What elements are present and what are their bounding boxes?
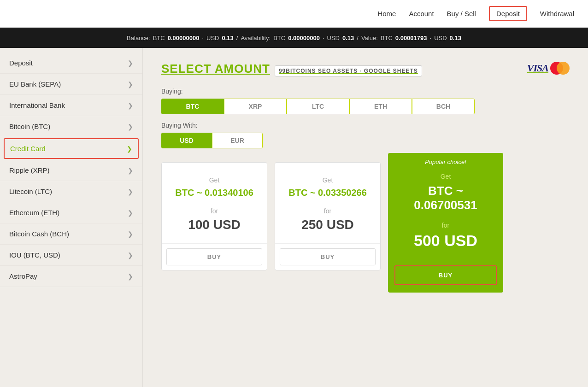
chevron-icon: ❯ [128, 252, 133, 259]
mastercard-logo [550, 62, 570, 75]
visa-logo: VISA [527, 62, 548, 74]
chevron-icon: ❯ [127, 145, 132, 152]
popular-badge: Popular choice! [425, 153, 466, 168]
for-label-1: for [288, 207, 367, 215]
chevron-icon: ❯ [128, 102, 133, 109]
btc-amount-0: BTC ~ 0.01340106 [175, 188, 253, 198]
buying-with-tabs: USDEUR [161, 133, 263, 148]
chevron-icon: ❯ [128, 209, 133, 217]
usd-label-3: USD [434, 35, 447, 41]
usd-label-2: USD [327, 35, 340, 41]
sidebar-item-ethereum[interactable]: Ethereum (ETH)❯ [0, 202, 142, 223]
buy-card-0: Get BTC ~ 0.01340106 for 100 USD BUY [161, 162, 267, 270]
main-content: SELECT AMOUNT 99Bitcoins SEO assets - Go… [143, 48, 588, 387]
main-layout: Deposit❯EU Bank (SEPA)❯International Ban… [0, 48, 588, 387]
nav-home[interactable]: Home [377, 10, 396, 18]
value-usd: 0.13 [450, 35, 461, 41]
sidebar-item-deposit[interactable]: Deposit❯ [0, 53, 142, 74]
popular-card-body: Get BTC ~ 0.06700531 for 500 USD [388, 168, 503, 261]
for-label-0: for [175, 207, 253, 215]
buy-btn-container-1: BUY [275, 243, 380, 270]
sidebar-item-ripple[interactable]: Ripple (XRP)❯ [0, 160, 142, 181]
avail-btc: 0.00000000 [288, 35, 320, 41]
chevron-icon: ❯ [128, 230, 133, 238]
sidebar-item-bitcoin[interactable]: Bitcoin (BTC)❯ [0, 116, 142, 137]
nav-deposit[interactable]: Deposit [489, 6, 527, 21]
btc-amount-1: BTC ~ 0.03350266 [288, 188, 367, 198]
get-label-1: Get [288, 176, 367, 184]
sidebar-item-astropay[interactable]: AstroPay❯ [0, 266, 142, 287]
sidebar: Deposit❯EU Bank (SEPA)❯International Ban… [0, 48, 143, 387]
popular-for-label: for [397, 222, 494, 229]
buy-card-popular: Popular choice! Get BTC ~ 0.06700531 for… [388, 153, 503, 293]
popular-usd-amount: 500 USD [397, 232, 494, 250]
sidebar-item-litecoin[interactable]: Litecoin (LTC)❯ [0, 181, 142, 202]
sidebar-item-label: Ripple (XRP) [9, 166, 50, 174]
chevron-icon: ❯ [128, 123, 133, 130]
currency-tab-bch[interactable]: BCH [412, 99, 475, 114]
nav-account[interactable]: Account [409, 10, 434, 18]
sidebar-item-label: Credit Card [10, 145, 46, 152]
balance-label: Balance: [127, 35, 150, 41]
value-btc: 0.00001793 [395, 35, 427, 41]
buy-button-1[interactable]: BUY [280, 248, 376, 265]
with-tab-eur[interactable]: EUR [212, 133, 263, 148]
chevron-icon: ❯ [128, 81, 133, 88]
buy-button-0[interactable]: BUY [166, 248, 262, 265]
select-amount-title: SELECT AMOUNT [161, 62, 270, 76]
sidebar-item-credit-card[interactable]: Credit Card❯ [4, 138, 139, 159]
sidebar-item-label: EU Bank (SEPA) [9, 80, 61, 88]
currency-tab-btc[interactable]: BTC [161, 99, 224, 114]
get-label-0: Get [175, 176, 253, 184]
currency-tab-xrp[interactable]: XRP [224, 99, 287, 114]
popular-btn-container: BUY [388, 261, 503, 293]
card-body-0: Get BTC ~ 0.01340106 for 100 USD [166, 163, 263, 243]
chevron-icon: ❯ [128, 188, 133, 195]
currency-tab-ltc[interactable]: LTC [287, 99, 349, 114]
btc-label-3: BTC [381, 35, 393, 41]
nav-buy-sell[interactable]: Buy / Sell [447, 10, 476, 18]
balance-bar: Balance: BTC 0.00000000 · USD 0.13 / Ava… [0, 28, 588, 48]
sidebar-item-label: International Bank [9, 101, 65, 109]
btc-label-2: BTC [273, 35, 285, 41]
sidebar-item-label: Bitcoin (BTC) [9, 123, 50, 130]
nav-withdrawal[interactable]: Withdrawal [540, 10, 574, 18]
popular-buy-button[interactable]: BUY [394, 265, 497, 285]
popular-btc-amount: BTC ~ 0.06700531 [397, 184, 494, 212]
currency-tab-eth[interactable]: ETH [349, 99, 412, 114]
section-header: SELECT AMOUNT 99Bitcoins SEO assets - Go… [161, 62, 570, 76]
sidebar-item-label: Ethereum (ETH) [9, 209, 59, 217]
usd-label-1: USD [206, 35, 219, 41]
card-body-1: Get BTC ~ 0.03350266 for 250 USD [279, 163, 376, 243]
btc-balance: 0.00000000 [168, 35, 200, 41]
usd-balance: 0.13 [222, 35, 233, 41]
sidebar-item-label: AstroPay [9, 272, 37, 280]
value-label: Value: [361, 35, 378, 41]
with-tab-usd[interactable]: USD [161, 133, 212, 148]
tooltip-hint: 99Bitcoins SEO assets - Google Sheets [275, 65, 422, 76]
buying-label: Buying: [161, 88, 570, 95]
sidebar-item-intl-bank[interactable]: International Bank❯ [0, 95, 142, 116]
buying-with-label: Buying With: [161, 122, 570, 129]
sidebar-item-label: Litecoin (LTC) [9, 188, 52, 195]
btc-label: BTC [153, 35, 165, 41]
usd-amount-0: 100 USD [175, 217, 253, 232]
top-nav: Home Account Buy / Sell Deposit Withdraw… [0, 0, 588, 28]
sidebar-item-label: Bitcoin Cash (BCH) [9, 230, 69, 238]
usd-amount-1: 250 USD [288, 217, 367, 232]
card-logos: VISA [527, 62, 570, 75]
availability-label: Availability: [241, 35, 270, 41]
chevron-icon: ❯ [128, 273, 133, 280]
sidebar-item-label: IOU (BTC, USD) [9, 251, 60, 259]
sidebar-item-eu-bank[interactable]: EU Bank (SEPA)❯ [0, 74, 142, 95]
buy-card-1: Get BTC ~ 0.03350266 for 250 USD BUY [275, 162, 381, 270]
sidebar-item-label: Deposit [9, 59, 33, 67]
avail-usd: 0.13 [342, 35, 354, 41]
chevron-icon: ❯ [128, 167, 133, 174]
buy-cards-row: Get BTC ~ 0.01340106 for 100 USD BUY Get… [161, 162, 570, 293]
sidebar-item-bitcoin-cash[interactable]: Bitcoin Cash (BCH)❯ [0, 223, 142, 245]
sidebar-item-iou[interactable]: IOU (BTC, USD)❯ [0, 245, 142, 266]
buying-currency-tabs: BTCXRPLTCETHBCH [161, 99, 475, 114]
popular-get-label: Get [397, 173, 494, 180]
chevron-icon: ❯ [128, 59, 133, 67]
